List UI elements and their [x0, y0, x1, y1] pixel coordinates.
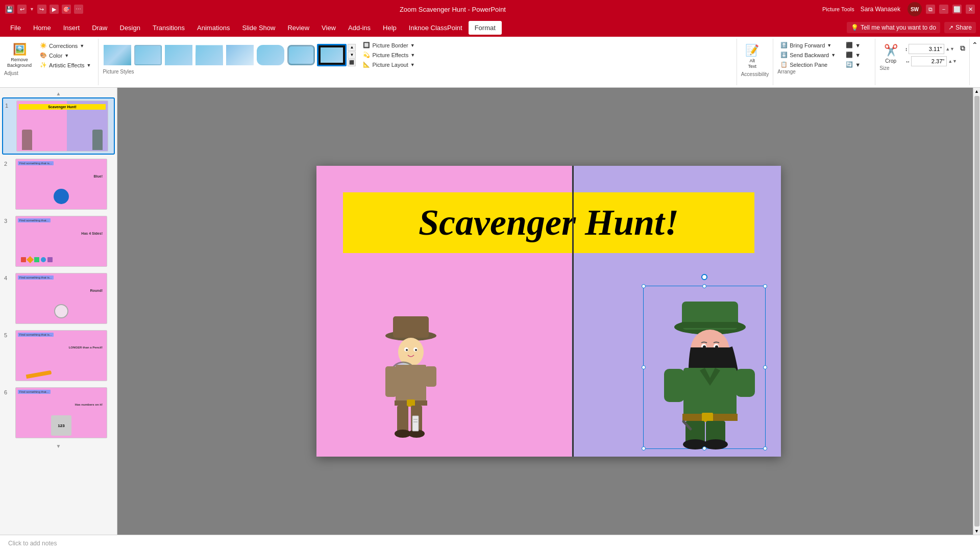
style-scroll-up[interactable]: ▲ — [348, 44, 356, 51]
undo-dropdown[interactable]: ▼ — [30, 7, 34, 12]
window-restore-icon[interactable]: ⬜ — [952, 5, 962, 14]
menu-file[interactable]: File — [4, 21, 27, 35]
style-thumb-8[interactable] — [317, 44, 347, 66]
height-row: ↕ 3.11" ▲▼ — [905, 44, 957, 54]
handle-ml[interactable] — [642, 365, 646, 369]
style-thumb-2[interactable] — [133, 44, 163, 66]
slide-5-label-top: Find something that is... — [18, 333, 54, 337]
menu-draw[interactable]: Draw — [86, 21, 113, 35]
panel-scroll-down[interactable]: ▼ — [2, 442, 115, 450]
slide-2-label-top: Find something that is... — [18, 161, 54, 165]
height-input[interactable]: 3.11" — [909, 44, 944, 54]
picture-border-btn[interactable]: 🔲 Picture Border ▼ — [360, 41, 418, 49]
color-btn[interactable]: 🎨 Color ▼ — [37, 51, 94, 60]
scroll-thumb[interactable] — [974, 96, 979, 527]
menu-classpoint[interactable]: Inknoe ClassPoint — [403, 21, 469, 35]
slide-item-6[interactable]: 6 Find something that... Has numbers on … — [2, 385, 115, 440]
shape3 — [34, 257, 39, 262]
style-scroll-down[interactable]: ▼ — [348, 52, 356, 59]
svg-rect-21 — [425, 366, 436, 387]
slide-panel: ▲ 1 Scavenger Hunt! 2 Find something tha… — [0, 88, 117, 535]
user-avatar[interactable]: SW — [908, 2, 922, 16]
present-icon[interactable]: ▶ — [50, 5, 59, 14]
picture-options: 🔲 Picture Border ▼ 💫 Picture Effects ▼ 📐… — [360, 41, 418, 69]
align-btn[interactable]: ⬛ ▼ — [843, 41, 864, 49]
menu-format[interactable]: Format — [469, 21, 502, 35]
style-thumb-1[interactable] — [103, 44, 132, 66]
width-input[interactable]: 2.37" — [911, 56, 947, 66]
title-banner[interactable]: Scavenger Hunt! — [343, 192, 754, 253]
slide-item-5[interactable]: 5 Find something that is... LONGER than … — [2, 328, 115, 383]
crop-btn[interactable]: ✂️ Crop — [879, 42, 902, 66]
save-icon[interactable]: 💾 — [5, 5, 14, 14]
style-thumb-3[interactable] — [164, 44, 193, 66]
size-expand-icon[interactable]: ⧉ — [960, 44, 965, 53]
menu-help[interactable]: Help — [377, 21, 403, 35]
undo-icon[interactable]: ↩ — [17, 5, 27, 14]
corrections-btn[interactable]: ☀️ Corrections ▼ — [37, 41, 94, 50]
bring-forward-btn[interactable]: ⬆️ Bring Forward ▼ — [777, 41, 839, 49]
height-spinner[interactable]: ▲▼ — [945, 46, 954, 52]
menu-review[interactable]: Review — [281, 21, 315, 35]
send-backward-btn[interactable]: ⬇️ Send Backward ▼ — [777, 51, 839, 59]
canvas-scroll-down-btn[interactable]: ▼ — [973, 528, 980, 535]
menu-transitions[interactable]: Transitions — [146, 21, 191, 35]
style-thumb-6[interactable] — [256, 44, 285, 66]
notes-bar[interactable]: Click to add notes — [0, 535, 980, 551]
svg-rect-17 — [412, 416, 419, 431]
customize-icon[interactable]: 🎯 — [62, 5, 71, 14]
handle-tr[interactable] — [763, 284, 767, 288]
slide-canvas[interactable]: Scavenger Hunt! — [316, 166, 781, 457]
menu-animations[interactable]: Animations — [191, 21, 236, 35]
rotate-handle[interactable] — [701, 274, 707, 280]
tell-me-btn[interactable]: 💡 Tell me what you want to do — [847, 22, 940, 33]
picture-effects-btn[interactable]: 💫 Picture Effects ▼ — [360, 51, 418, 59]
menu-slideshow[interactable]: Slide Show — [236, 21, 281, 35]
svg-rect-33 — [683, 368, 737, 419]
menu-design[interactable]: Design — [114, 21, 146, 35]
handle-bc[interactable] — [702, 446, 706, 450]
more-icon[interactable]: ⋯ — [74, 5, 83, 14]
window-close-icon[interactable]: ✕ — [966, 5, 975, 14]
arrange-row: ⬆️ Bring Forward ▼ ⬇️ Send Backward ▼ 📋 … — [777, 41, 864, 69]
handle-tc[interactable] — [702, 284, 706, 288]
collapse-ribbon-btn[interactable]: ⌃ — [970, 39, 980, 85]
remove-background-btn[interactable]: 🖼️ RemoveBackground — [4, 41, 35, 70]
slide-6-label: Has numbers on it! — [75, 403, 103, 406]
artistic-effects-btn[interactable]: ✨ Artistic Effects ▼ — [37, 61, 94, 69]
selection-box[interactable] — [643, 286, 766, 449]
picture-layout-icon: 📐 — [363, 61, 370, 68]
canvas-scrollbar[interactable]: ▲ ▼ — [973, 88, 980, 535]
picture-effects-icon: 💫 — [363, 52, 370, 58]
alt-text-btn[interactable]: 📝 AltText — [741, 42, 764, 71]
style-scroll-more[interactable]: ⬛ — [348, 59, 356, 66]
slide-item-1[interactable]: 1 Scavenger Hunt! — [2, 97, 115, 155]
handle-br[interactable] — [763, 446, 767, 450]
canvas-scroll-up-btn[interactable]: ▲ — [973, 88, 980, 95]
group-btn[interactable]: ⬛ ▼ — [843, 51, 864, 59]
artistic-icon: ✨ — [40, 62, 47, 68]
handle-bl[interactable] — [642, 446, 646, 450]
handle-tl[interactable] — [642, 284, 646, 288]
menu-addins[interactable]: Add-ins — [342, 21, 377, 35]
redo-icon[interactable]: ↪ — [37, 5, 46, 14]
width-spinner[interactable]: ▲▼ — [948, 59, 957, 64]
handle-mr[interactable] — [763, 365, 767, 369]
slide-item-2[interactable]: 2 Find something that is... Blue! — [2, 157, 115, 212]
panel-scroll-up[interactable]: ▲ — [2, 90, 115, 97]
window-minimize-icon[interactable]: − — [939, 5, 948, 14]
style-thumb-5[interactable] — [225, 44, 255, 66]
rotate-btn[interactable]: 🔄 ▼ — [843, 60, 864, 69]
style-thumb-4[interactable] — [194, 44, 224, 66]
style-thumb-7[interactable] — [286, 44, 316, 66]
slide-item-3[interactable]: 3 Find something that... Has 4 Sides! — [2, 214, 115, 269]
slide-num-3: 3 — [4, 218, 12, 224]
slide-item-4[interactable]: 4 Find something that is... Round! — [2, 271, 115, 326]
menu-insert[interactable]: Insert — [57, 21, 86, 35]
selection-pane-btn[interactable]: 📋 Selection Pane — [777, 60, 839, 69]
share-btn[interactable]: ↗ Share — [944, 22, 976, 33]
menu-home[interactable]: Home — [27, 21, 57, 35]
ribbon-minimize-icon[interactable]: ⧉ — [926, 5, 935, 14]
picture-layout-btn[interactable]: 📐 Picture Layout ▼ — [360, 60, 418, 69]
menu-view[interactable]: View — [315, 21, 342, 35]
